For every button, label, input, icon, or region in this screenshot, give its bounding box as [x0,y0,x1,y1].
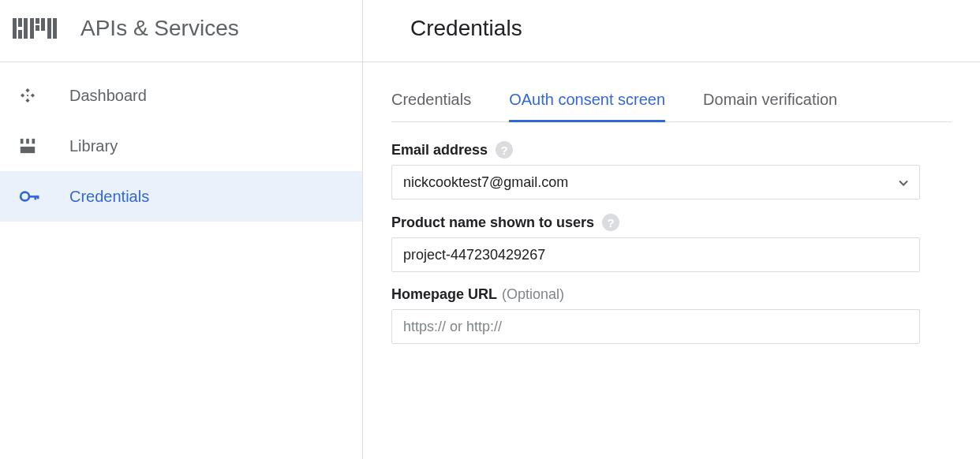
page-title: Credentials [410,16,933,41]
svg-rect-18 [21,147,35,153]
sidebar-title: APIs & Services [80,16,239,41]
product-name-input[interactable] [391,237,920,272]
sidebar-item-dashboard[interactable]: Dashboard [0,70,362,121]
svg-point-19 [21,192,29,201]
homepage-url-label: Homepage URL [391,286,497,303]
sidebar-item-label: Library [69,137,118,155]
svg-rect-8 [47,18,51,39]
sidebar: APIs & Services Dashboard [0,0,363,459]
email-selected-value: nickcooktest7@gmail.com [403,174,568,191]
tabs: Credentials OAuth consent screen Domain … [391,81,952,122]
svg-rect-0 [13,18,17,39]
sidebar-item-library[interactable]: Library [0,121,362,171]
chevron-down-icon [899,174,908,191]
email-label: Email address [391,142,488,159]
svg-rect-9 [53,18,57,39]
svg-rect-3 [24,18,28,39]
svg-rect-14 [27,95,28,96]
tab-domain-verification[interactable]: Domain verification [703,81,837,122]
svg-rect-12 [31,93,35,97]
svg-rect-5 [36,18,39,24]
svg-rect-7 [41,18,45,31]
dashboard-icon [19,87,44,104]
library-icon [19,137,44,155]
svg-rect-11 [21,93,24,97]
svg-rect-10 [25,88,29,92]
svg-rect-6 [36,25,39,31]
main-content: Credentials Credentials OAuth consent sc… [363,0,980,459]
help-icon[interactable]: ? [496,141,513,159]
sidebar-item-label: Dashboard [69,87,147,105]
form-group-product-name: Product name shown to users ? [391,214,952,272]
tab-oauth-consent-screen[interactable]: OAuth consent screen [509,81,665,122]
svg-rect-13 [25,99,29,103]
svg-rect-1 [18,18,22,27]
homepage-url-optional: (Optional) [502,286,564,303]
svg-rect-16 [26,139,29,144]
tab-credentials[interactable]: Credentials [391,81,471,122]
svg-rect-2 [18,30,22,39]
sidebar-header: APIs & Services [0,0,362,62]
svg-rect-4 [30,18,34,39]
homepage-url-input[interactable] [391,309,920,344]
api-logo [13,18,58,39]
svg-rect-21 [35,196,37,200]
product-name-label: Product name shown to users [391,215,594,231]
email-select[interactable]: nickcooktest7@gmail.com [391,165,920,200]
main-header: Credentials [363,0,980,62]
form-group-homepage-url: Homepage URL (Optional) [391,286,952,344]
svg-rect-15 [21,139,24,144]
sidebar-item-credentials[interactable]: Credentials [0,171,362,222]
key-icon [19,186,44,207]
help-icon[interactable]: ? [602,214,619,231]
sidebar-nav: Dashboard Library [0,62,362,222]
form-group-email: Email address ? nickcooktest7@gmail.com [391,141,952,200]
svg-rect-17 [32,139,36,144]
sidebar-item-label: Credentials [69,188,149,206]
svg-rect-22 [37,196,39,199]
